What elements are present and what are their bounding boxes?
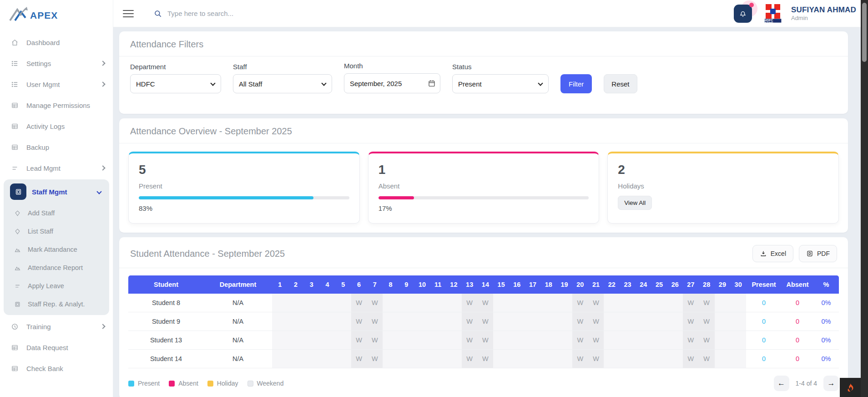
sidebar-item-staff-rep-analyt-[interactable]: Staff Rep. & Analyt. — [4, 295, 109, 313]
column-header-day-20: 20 — [572, 275, 588, 294]
filter-button[interactable]: Filter — [560, 74, 592, 93]
staff-label: Staff — [233, 63, 332, 71]
table-row: Student 8N/AWWWWWWWW000% — [128, 294, 839, 312]
day-cell — [430, 294, 446, 312]
hamburger-menu-icon[interactable] — [123, 8, 134, 20]
day-cell: W — [462, 331, 478, 349]
chart-icon — [13, 245, 22, 254]
sidebar-item-training[interactable]: Training — [0, 316, 113, 337]
day-cell — [319, 312, 335, 331]
sidebar-item-dashboard[interactable]: Dashboard — [0, 32, 113, 53]
department-cell: N/A — [204, 312, 272, 331]
global-search — [154, 10, 734, 18]
day-cell — [335, 331, 351, 349]
column-header-day-3: 3 — [303, 275, 319, 294]
day-cell — [446, 312, 462, 331]
day-cell — [272, 312, 288, 331]
sidebar-item-settings[interactable]: Settings — [0, 53, 113, 74]
page-scrollbar[interactable] — [861, 0, 868, 397]
sidebar-item-lead-mgmt[interactable]: Lead Mgmt — [0, 158, 113, 178]
month-label: Month — [344, 62, 440, 70]
department-cell: N/A — [204, 294, 272, 312]
pdf-export-button[interactable]: PDF — [799, 245, 837, 262]
column-header-absent: Absent — [782, 275, 813, 294]
department-cell: N/A — [204, 331, 272, 349]
day-cell — [525, 350, 541, 368]
sidebar-item-user-mgmt[interactable]: User Mgmt — [0, 74, 113, 95]
sidebar-item-data-request[interactable]: Data Request — [0, 337, 113, 358]
column-header-day-26: 26 — [667, 275, 683, 294]
sidebar-item-attendance-report[interactable]: Attendance Report — [4, 259, 109, 277]
month-input[interactable] — [344, 73, 440, 93]
doc-icon — [10, 183, 26, 200]
status-select[interactable]: Present — [452, 74, 549, 93]
column-header-day-23: 23 — [620, 275, 636, 294]
user-profile[interactable]: SUFIYAN AHMAD Admin — [791, 5, 856, 22]
sidebar-item-apply-leave[interactable]: Apply Leave — [4, 277, 109, 295]
sidebar-item-backup[interactable]: Backup — [0, 137, 113, 158]
page-content: Attendance Filters Department HDFC Staff — [113, 27, 868, 397]
sidebar-item-manage-permissions[interactable]: Manage Permissions — [0, 95, 113, 116]
sidebar-item-check-bank[interactable]: Check Bank — [0, 358, 113, 379]
day-cell — [651, 312, 667, 331]
debug-toolbar-flame-icon[interactable] — [840, 378, 861, 397]
excel-export-button[interactable]: Excel — [752, 245, 793, 262]
column-header-department: Department — [204, 275, 272, 294]
reset-button[interactable]: Reset — [604, 74, 637, 93]
day-cell — [288, 294, 304, 312]
day-cell — [399, 294, 414, 312]
present-progress-bar — [139, 196, 349, 199]
staff-select[interactable]: All Staff — [233, 74, 332, 93]
day-cell: W — [351, 350, 367, 368]
overview-title: Attendance Overview - September 2025 — [130, 126, 292, 137]
day-cell — [303, 312, 319, 331]
column-header-day-2: 2 — [288, 275, 304, 294]
sidebar-nav: DashboardSettingsUser MgmtManage Permiss… — [0, 29, 113, 379]
column-header-day-7: 7 — [367, 275, 383, 294]
user-role: Admin — [791, 15, 856, 22]
brand-logo[interactable]: APEX — [0, 0, 113, 29]
day-cell — [604, 312, 620, 331]
day-cell — [525, 294, 541, 312]
search-icon — [154, 10, 162, 18]
day-cell — [636, 312, 651, 331]
day-cell: W — [699, 294, 715, 312]
day-cell — [288, 312, 304, 331]
sidebar: APEX DashboardSettingsUser MgmtManage Pe… — [0, 0, 113, 397]
day-cell: W — [683, 331, 699, 349]
column-header-day-15: 15 — [493, 275, 509, 294]
view-all-button[interactable]: View All — [618, 196, 652, 210]
bell-icon[interactable] — [734, 5, 752, 23]
day-cell — [540, 331, 556, 349]
sidebar-item-activity-logs[interactable]: Activity Logs — [0, 116, 113, 137]
day-cell — [620, 312, 636, 331]
day-cell — [430, 331, 446, 349]
list-icon — [10, 80, 19, 89]
next-page-button[interactable]: → — [823, 376, 839, 391]
day-cell — [493, 312, 509, 331]
sidebar-item-list-staff[interactable]: List Staff — [4, 222, 109, 240]
percent-cell: 0% — [813, 294, 839, 312]
sidebar-item-add-staff[interactable]: Add Staff — [4, 204, 109, 222]
day-cell — [288, 350, 304, 368]
day-cell — [636, 350, 651, 368]
column-header-day-12: 12 — [446, 275, 462, 294]
day-cell — [556, 331, 572, 349]
day-cell — [715, 331, 731, 349]
day-cell — [399, 312, 414, 331]
prev-page-button[interactable]: ← — [774, 376, 789, 391]
sidebar-item-mark-attandance[interactable]: Mark Attandance — [4, 240, 109, 259]
column-header-day-10: 10 — [414, 275, 430, 294]
notifications-button[interactable] — [734, 3, 755, 24]
sidebar-item-staff-mgmt[interactable]: Staff Mgmt — [4, 179, 109, 204]
app-window: APEX DashboardSettingsUser MgmtManage Pe… — [0, 0, 868, 397]
day-cell: W — [478, 331, 494, 349]
department-select[interactable]: HDFC — [130, 74, 221, 93]
table-header-row: StudentDepartment12345678910111213141516… — [128, 275, 839, 294]
day-cell: W — [478, 312, 494, 331]
day-cell — [667, 294, 683, 312]
scrollbar-thumb[interactable] — [862, 3, 867, 62]
day-cell: W — [351, 294, 367, 312]
day-cell — [319, 294, 335, 312]
search-input[interactable] — [167, 10, 358, 17]
